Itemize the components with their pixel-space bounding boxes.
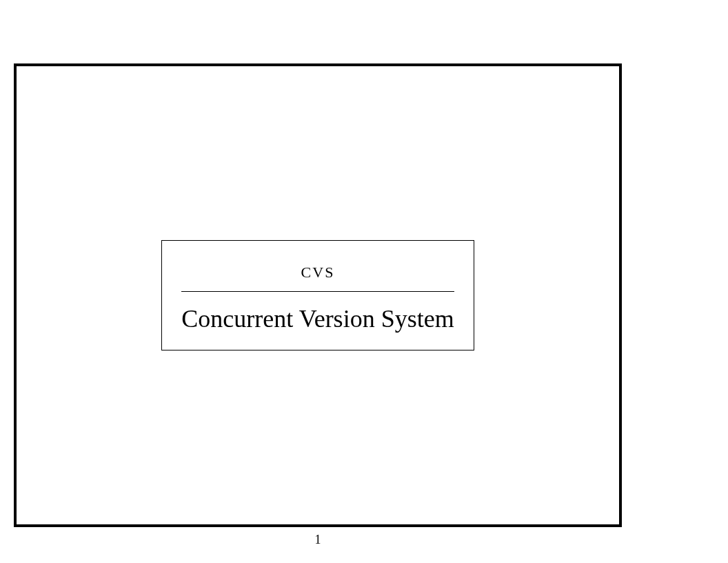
title-abbreviation: cvs — [181, 257, 454, 291]
title-box: cvs Concurrent Version System — [161, 240, 474, 350]
slide-frame: cvs Concurrent Version System — [14, 63, 622, 527]
title-divider — [181, 291, 454, 292]
title-full: Concurrent Version System — [181, 302, 454, 333]
page-number: 1 — [14, 533, 622, 547]
